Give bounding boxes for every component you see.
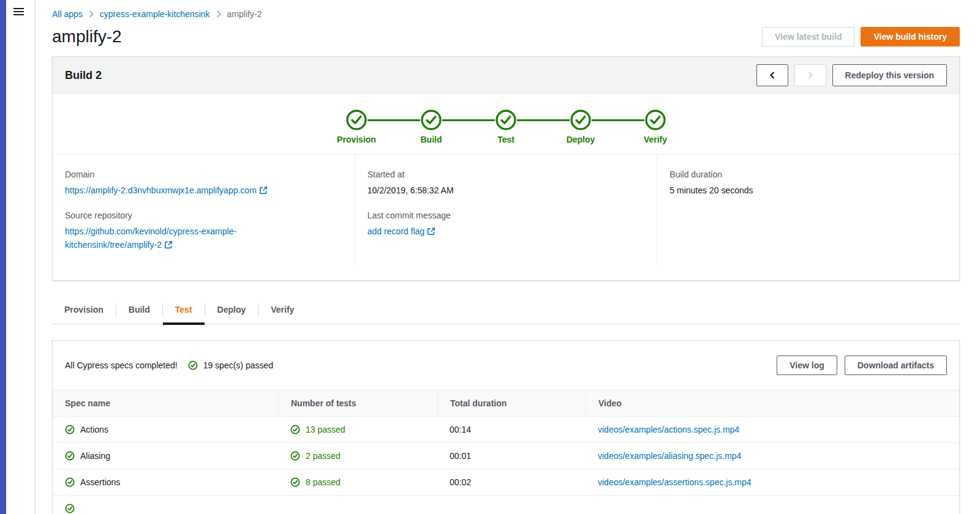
breadcrumb-app[interactable]: cypress-example-kitchensink xyxy=(100,9,210,19)
video-link[interactable]: videos/examples/aliasing.spec.js.mp4 xyxy=(598,451,741,461)
table-row: Assertions 8 passed 00:02 videos/example… xyxy=(53,469,959,496)
tab-verify[interactable]: Verify xyxy=(258,296,306,324)
tab-test[interactable]: Test xyxy=(163,296,205,324)
step-label: Build xyxy=(421,135,442,144)
details-column-commit: Started at 10/2/2019, 6:58:32 AM Last co… xyxy=(355,155,657,265)
total-duration: 00:02 xyxy=(437,469,586,495)
nav-accent-bar xyxy=(0,0,6,514)
build-card: Build 2 Redeploy this version Provi xyxy=(52,56,960,281)
domain-link[interactable]: https://amplify-2.d3nvhbuxmwjx1e.amplify… xyxy=(65,185,257,195)
check-circle-icon xyxy=(345,109,368,131)
hamburger-icon xyxy=(13,8,24,15)
spec-name: Aliasing xyxy=(80,451,110,461)
main-content: All apps cypress-example-kitchensink amp… xyxy=(36,0,980,514)
spec-name: Assertions xyxy=(80,477,120,487)
build-card-header: Build 2 Redeploy this version xyxy=(53,57,959,94)
check-circle-icon xyxy=(65,451,75,461)
spec-name: Actions xyxy=(80,425,108,434)
tests-passed: 13 passed xyxy=(306,425,345,434)
check-circle-icon xyxy=(290,477,300,487)
step-connector xyxy=(368,119,420,121)
chevron-right-icon xyxy=(807,71,814,80)
menu-toggle-button[interactable] xyxy=(10,2,28,21)
check-circle-icon xyxy=(420,109,442,131)
breadcrumb-all-apps[interactable]: All apps xyxy=(52,9,83,19)
pipeline: Provision Build Test Deplo xyxy=(53,94,959,155)
column-header-number-of-tests: Number of tests xyxy=(278,390,437,416)
view-build-history-button[interactable]: View build history xyxy=(861,27,960,47)
last-commit-link[interactable]: add record flag xyxy=(368,226,424,236)
details-column-duration: Build duration 5 minutes 20 seconds xyxy=(657,155,959,265)
chevron-right-icon xyxy=(89,10,94,18)
table-header: Spec name Number of tests Total duration… xyxy=(53,390,959,417)
build-details: Domain https://amplify-2.d3nvhbuxmwjx1e.… xyxy=(53,155,959,280)
column-header-video: Video xyxy=(586,390,959,416)
build-title: Build 2 xyxy=(65,69,102,82)
step-connector xyxy=(442,119,495,121)
pipeline-step-provision: Provision xyxy=(345,109,368,131)
started-at-value: 10/2/2019, 6:58:32 AM xyxy=(368,184,645,197)
check-circle-icon xyxy=(644,109,666,131)
source-repository-label: Source repository xyxy=(65,210,342,220)
next-build-button[interactable] xyxy=(794,64,826,86)
build-duration-value: 5 minutes 20 seconds xyxy=(669,184,947,197)
view-latest-build-button[interactable]: View latest build xyxy=(762,27,854,47)
build-card-actions: Redeploy this version xyxy=(756,64,947,86)
column-header-spec-name: Spec name xyxy=(53,390,278,416)
table-row: Actions 13 passed 00:14 videos/examples/… xyxy=(53,417,959,443)
breadcrumb: All apps cypress-example-kitchensink amp… xyxy=(52,0,960,19)
download-artifacts-button[interactable]: Download artifacts xyxy=(845,356,947,375)
video-link[interactable]: videos/examples/actions.spec.js.mp4 xyxy=(598,425,739,434)
table-row-partial xyxy=(53,496,959,514)
details-column-domain: Domain https://amplify-2.d3nvhbuxmwjx1e.… xyxy=(53,155,355,265)
external-link-icon xyxy=(427,227,435,236)
last-commit-label: Last commit message xyxy=(368,210,645,220)
tab-build[interactable]: Build xyxy=(116,296,162,324)
video-link[interactable]: videos/examples/assertions.spec.js.mp4 xyxy=(598,477,752,487)
step-label: Provision xyxy=(337,135,376,144)
test-status-actions: View log Download artifacts xyxy=(777,356,947,375)
started-at-label: Started at xyxy=(368,169,645,179)
specs-passed-summary: 19 spec(s) passed xyxy=(203,360,273,370)
build-step-tabs: Provision Build Test Deploy Verify xyxy=(52,296,960,324)
check-circle-icon xyxy=(65,504,75,513)
chevron-left-icon xyxy=(769,71,776,80)
external-link-icon xyxy=(164,240,173,249)
pipeline-step-test: Test xyxy=(495,109,517,131)
source-repository-link[interactable]: https://github.com/kevinold/cypress-exam… xyxy=(65,226,236,250)
tests-passed: 2 passed xyxy=(306,451,341,461)
page-header: amplify-2 View latest build View build h… xyxy=(52,27,960,47)
test-status-message: All Cypress specs completed! xyxy=(65,360,178,370)
step-label: Verify xyxy=(644,135,667,144)
previous-build-button[interactable] xyxy=(756,64,788,86)
tab-deploy[interactable]: Deploy xyxy=(205,296,258,324)
test-results-card: All Cypress specs completed! 19 spec(s) … xyxy=(52,340,960,514)
table-row: Aliasing 2 passed 00:01 videos/examples/… xyxy=(53,443,959,469)
column-header-total-duration: Total duration xyxy=(437,390,586,416)
build-duration-label: Build duration xyxy=(669,169,947,179)
chevron-right-icon xyxy=(216,10,221,18)
breadcrumb-current: amplify-2 xyxy=(227,9,262,19)
pipeline-step-deploy: Deploy xyxy=(570,109,592,131)
step-connector xyxy=(592,119,644,121)
page-title: amplify-2 xyxy=(52,27,122,47)
check-circle-icon xyxy=(65,425,75,434)
app-window: All apps cypress-example-kitchensink amp… xyxy=(0,0,980,514)
external-link-icon xyxy=(259,186,268,195)
tab-provision[interactable]: Provision xyxy=(52,296,116,324)
domain-label: Domain xyxy=(65,169,342,179)
tests-passed: 8 passed xyxy=(306,477,341,487)
step-label: Deploy xyxy=(567,135,595,144)
step-label: Test xyxy=(497,135,514,144)
check-circle-icon xyxy=(570,109,592,131)
test-status-row: All Cypress specs completed! 19 spec(s) … xyxy=(53,341,959,390)
step-connector xyxy=(517,119,570,121)
check-circle-icon xyxy=(188,360,198,370)
pipeline-step-verify: Verify xyxy=(644,109,666,131)
view-log-button[interactable]: View log xyxy=(777,356,837,375)
redeploy-button[interactable]: Redeploy this version xyxy=(832,64,947,86)
total-duration: 00:01 xyxy=(437,443,586,469)
check-circle-icon xyxy=(290,451,300,461)
check-circle-icon xyxy=(495,109,517,131)
total-duration: 00:14 xyxy=(437,417,586,442)
